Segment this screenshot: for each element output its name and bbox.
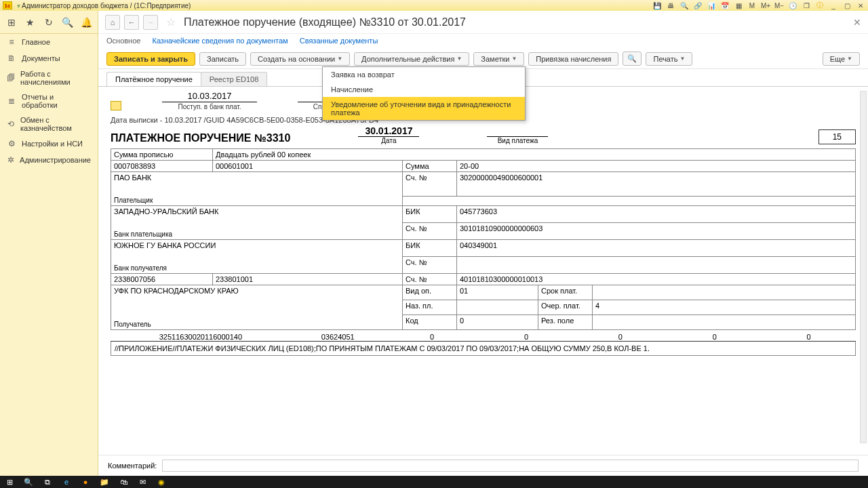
sublink-treasury[interactable]: Казначейские сведения по документам <box>152 37 288 45</box>
home-button[interactable]: ⌂ <box>105 15 120 30</box>
save-icon[interactable]: 💾 <box>652 1 662 9</box>
btn-label: Печать <box>653 55 677 63</box>
close-page-icon[interactable]: ✕ <box>853 17 861 28</box>
app-mode: (1С:Предприятие) <box>134 2 191 9</box>
sidebar-item-reports[interactable]: ≣Отчеты и обработки <box>0 89 98 113</box>
window-icon[interactable]: ❐ <box>802 1 811 9</box>
sidebar-item-main[interactable]: ≡Главное <box>0 34 98 50</box>
calendar-icon[interactable]: 📅 <box>720 1 730 9</box>
received-label: Поступ. в банк плат. <box>162 103 257 110</box>
create-based-dropdown: Заявка на возврат Начисление Уведомление… <box>322 66 526 121</box>
taskview-icon[interactable]: ⧉ <box>41 476 54 487</box>
titlebar-dropdown-icon[interactable]: ▾ <box>15 2 22 9</box>
extra-actions-button[interactable]: Дополнительные действия▼ <box>354 52 469 66</box>
firefox-icon[interactable]: ● <box>79 476 92 487</box>
print-button[interactable]: Печать▼ <box>646 52 692 66</box>
history-icon[interactable]: ↻ <box>43 16 55 28</box>
sidebar-item-admin[interactable]: ✲Администрирование <box>0 152 98 168</box>
create-based-button[interactable]: Создать на основании▼ <box>250 52 350 66</box>
app-logo-icon: 1c <box>3 1 12 9</box>
minimize-icon[interactable]: _ <box>829 1 838 9</box>
payer-bik: 045773603 <box>457 206 856 223</box>
sum-val: 20-00 <box>457 161 856 172</box>
bik-lbl: БИК <box>403 206 457 223</box>
back-button[interactable]: ← <box>124 15 139 30</box>
code-row: 32511630020116000140 03624051 0 0 0 0 0 <box>111 333 856 342</box>
close-window-icon[interactable]: ✕ <box>856 1 865 9</box>
btn-label: Дополнительные действия <box>361 55 454 63</box>
search-sidebar-icon[interactable]: 🔍 <box>62 16 74 28</box>
list-icon: ≣ <box>7 96 16 106</box>
dropdown-item-refund[interactable]: Заявка на возврат <box>323 67 525 82</box>
search-doc-button[interactable]: 🔍 <box>623 52 642 66</box>
home-icon: ≡ <box>7 37 16 47</box>
favorite-star-icon[interactable]: ☆ <box>166 16 176 28</box>
payer-bank: ЗАПАДНО-УРАЛЬСКИЙ БАНК <box>114 207 399 216</box>
dropdown-item-notification[interactable]: Уведомление об уточнении вида и принадле… <box>323 97 525 120</box>
code-5: 0 <box>667 333 762 342</box>
link-icon[interactable]: 🔗 <box>693 1 703 9</box>
stack-icon: 🗐 <box>7 73 15 83</box>
bell-icon[interactable]: 🔔 <box>80 16 92 28</box>
edge-icon[interactable]: e <box>60 476 73 487</box>
sublink-main[interactable]: Основное <box>106 37 140 45</box>
comment-input[interactable] <box>162 460 859 472</box>
code-3: 0 <box>479 333 574 342</box>
recv-bik: 040349001 <box>457 240 856 257</box>
doc-date-lbl: Дата <box>358 137 419 144</box>
recv-bank: ЮЖНОЕ ГУ БАНКА РОССИИ <box>114 241 399 249</box>
m-plus-icon[interactable]: M+ <box>761 1 770 9</box>
payer-inn: 0007083893 <box>111 161 213 172</box>
sum-lbl: Сумма <box>403 161 457 172</box>
clock-icon[interactable]: 🕓 <box>788 1 797 9</box>
dropdown-item-accrual[interactable]: Начисление <box>323 82 525 97</box>
maximize-icon[interactable]: ▢ <box>842 1 852 9</box>
payment-purpose: //ПРИЛОЖЕНИЕ//ПЛАТЕЖИ ФИЗИЧЕСКИХ ЛИЦ (ED… <box>111 342 856 356</box>
acc-lbl4: Сч. № <box>403 274 457 285</box>
code-4: 0 <box>573 333 667 342</box>
status-stamp-icon <box>111 101 121 110</box>
bik-lbl2: БИК <box>403 240 457 257</box>
scrollbar[interactable] <box>860 91 867 443</box>
store-icon[interactable]: 🛍 <box>117 476 130 487</box>
sidebar-item-docs[interactable]: 🗎Документы <box>0 50 98 66</box>
more-button[interactable]: Еще▼ <box>823 52 860 66</box>
m-minus-icon[interactable]: M− <box>774 1 784 9</box>
sidebar-label: Документы <box>22 54 60 62</box>
page-header: ⌂ ← → ☆ Платежное поручение (входящее) №… <box>98 11 868 34</box>
payer-acc: 30200000049000600001 <box>457 172 856 197</box>
chevron-down-icon: ▼ <box>511 56 517 62</box>
save-button[interactable]: Записать <box>199 52 246 66</box>
tab-payment-order[interactable]: Платёжное поручение <box>106 72 201 86</box>
chevron-down-icon: ▼ <box>337 56 342 62</box>
m-icon[interactable]: M <box>747 1 757 9</box>
explorer-icon[interactable]: 📁 <box>98 476 111 487</box>
forward-button[interactable]: → <box>143 15 158 30</box>
doc-title: ПЛАТЕЖНОЕ ПОРУЧЕНИЕ №3310 <box>111 132 290 144</box>
sublink-related[interactable]: Связанные документы <box>300 37 378 45</box>
app-title: Администратор доходов бюджета <box>22 2 128 9</box>
save-close-button[interactable]: Записать и закрыть <box>106 52 195 66</box>
tab-registry[interactable]: Реестр ED108 <box>201 72 267 86</box>
sidebar-label: Обмен с казначейством <box>20 116 91 132</box>
search-icon[interactable]: 🔍 <box>679 1 689 9</box>
star-icon[interactable]: ★ <box>24 16 37 28</box>
sidebar-item-exchange[interactable]: ⟲Обмен с казначейством <box>0 113 98 136</box>
mail-icon[interactable]: ✉ <box>136 476 149 487</box>
sidebar-item-settings[interactable]: ⚙Настройки и НСИ <box>0 136 98 152</box>
notes-button[interactable]: Заметки▼ <box>473 52 524 66</box>
start-icon[interactable]: ⊞ <box>3 476 16 487</box>
onec-icon[interactable]: ◉ <box>155 476 168 487</box>
gear-icon: ⚙ <box>7 139 16 148</box>
info-icon[interactable]: ⓘ <box>815 1 825 9</box>
chevron-down-icon: ▼ <box>680 56 686 62</box>
sidebar-item-accruals[interactable]: 🗐Работа с начислениями <box>0 66 98 89</box>
sidebar-label: Отчеты и обработки <box>22 93 91 109</box>
bind-accrual-button[interactable]: Привязка начисления <box>528 52 618 66</box>
recv-inn: 2338007056 <box>111 274 213 285</box>
taskbar-search-icon[interactable]: 🔍 <box>22 476 35 487</box>
apps-icon[interactable]: ⊞ <box>5 16 18 28</box>
calc-icon[interactable]: 📊 <box>707 1 716 9</box>
grid-icon[interactable]: ▦ <box>734 1 743 9</box>
print-icon[interactable]: 🖶 <box>666 1 675 9</box>
